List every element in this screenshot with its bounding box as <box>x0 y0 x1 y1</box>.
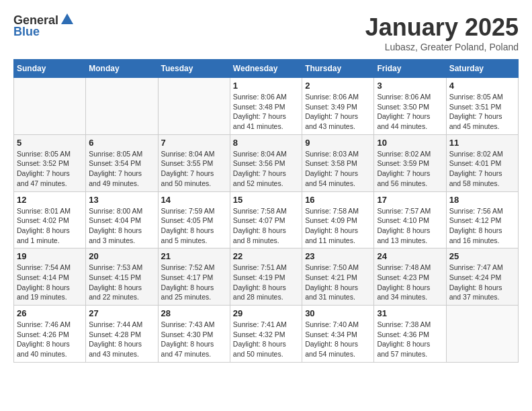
day-info: Sunrise: 8:05 AM Sunset: 3:54 PM Dayligh… <box>89 149 154 189</box>
day-cell: 30Sunrise: 7:40 AM Sunset: 4:34 PM Dayli… <box>302 306 374 363</box>
day-cell: 11Sunrise: 8:02 AM Sunset: 4:01 PM Dayli… <box>446 134 518 191</box>
day-info: Sunrise: 7:50 AM Sunset: 4:21 PM Dayligh… <box>305 263 371 302</box>
day-info: Sunrise: 7:51 AM Sunset: 4:19 PM Dayligh… <box>233 263 299 302</box>
day-number: 27 <box>89 308 154 318</box>
day-cell: 28Sunrise: 7:43 AM Sunset: 4:30 PM Dayli… <box>158 306 230 363</box>
day-info: Sunrise: 8:03 AM Sunset: 3:58 PM Dayligh… <box>305 149 371 189</box>
day-cell: 19Sunrise: 7:54 AM Sunset: 4:14 PM Dayli… <box>14 248 86 306</box>
weekday-header-tuesday: Tuesday <box>158 60 230 78</box>
day-number: 29 <box>233 308 299 318</box>
day-number: 19 <box>17 251 83 261</box>
day-cell: 2Sunrise: 8:06 AM Sunset: 3:49 PM Daylig… <box>302 78 374 135</box>
day-number: 14 <box>161 195 227 205</box>
day-cell: 31Sunrise: 7:38 AM Sunset: 4:36 PM Dayli… <box>374 306 446 363</box>
day-info: Sunrise: 8:02 AM Sunset: 4:01 PM Dayligh… <box>449 149 515 189</box>
day-number: 7 <box>161 138 227 148</box>
day-number: 26 <box>17 308 83 318</box>
calendar-table: SundayMondayTuesdayWednesdayThursdayFrid… <box>13 59 519 363</box>
day-number: 10 <box>377 138 443 148</box>
day-number: 22 <box>233 251 299 261</box>
day-cell: 14Sunrise: 7:59 AM Sunset: 4:05 PM Dayli… <box>158 191 230 248</box>
day-cell: 4Sunrise: 8:05 AM Sunset: 3:51 PM Daylig… <box>446 78 518 135</box>
weekday-header-saturday: Saturday <box>446 60 518 78</box>
day-info: Sunrise: 8:02 AM Sunset: 3:59 PM Dayligh… <box>377 149 443 189</box>
day-info: Sunrise: 7:43 AM Sunset: 4:30 PM Dayligh… <box>161 320 227 359</box>
day-cell: 12Sunrise: 8:01 AM Sunset: 4:02 PM Dayli… <box>14 191 86 248</box>
day-cell: 26Sunrise: 7:46 AM Sunset: 4:26 PM Dayli… <box>14 306 86 363</box>
day-number: 24 <box>377 251 443 261</box>
day-cell: 22Sunrise: 7:51 AM Sunset: 4:19 PM Dayli… <box>230 248 302 306</box>
day-info: Sunrise: 7:48 AM Sunset: 4:23 PM Dayligh… <box>377 263 443 302</box>
day-cell: 27Sunrise: 7:44 AM Sunset: 4:28 PM Dayli… <box>86 306 158 363</box>
day-number: 21 <box>161 251 227 261</box>
day-number: 25 <box>449 251 515 261</box>
day-cell: 18Sunrise: 7:56 AM Sunset: 4:12 PM Dayli… <box>446 191 518 248</box>
day-info: Sunrise: 7:59 AM Sunset: 4:05 PM Dayligh… <box>161 206 227 246</box>
day-number: 18 <box>449 195 515 205</box>
day-number: 1 <box>233 81 299 91</box>
day-info: Sunrise: 7:47 AM Sunset: 4:24 PM Dayligh… <box>449 263 515 302</box>
day-cell <box>14 78 86 135</box>
day-number: 15 <box>233 195 299 205</box>
weekday-header-row: SundayMondayTuesdayWednesdayThursdayFrid… <box>14 60 519 78</box>
day-info: Sunrise: 7:52 AM Sunset: 4:17 PM Dayligh… <box>161 263 227 302</box>
location-text: Lubasz, Greater Poland, Poland <box>365 42 519 52</box>
day-cell: 21Sunrise: 7:52 AM Sunset: 4:17 PM Dayli… <box>158 248 230 306</box>
day-cell: 15Sunrise: 7:58 AM Sunset: 4:07 PM Dayli… <box>230 191 302 248</box>
day-cell: 16Sunrise: 7:58 AM Sunset: 4:09 PM Dayli… <box>302 191 374 248</box>
day-number: 2 <box>305 81 371 91</box>
title-block: January 2025 Lubasz, Greater Poland, Pol… <box>365 13 519 52</box>
day-info: Sunrise: 7:56 AM Sunset: 4:12 PM Dayligh… <box>449 206 515 246</box>
day-info: Sunrise: 8:05 AM Sunset: 3:52 PM Dayligh… <box>17 149 83 189</box>
day-number: 20 <box>89 251 154 261</box>
week-row-1: 1Sunrise: 8:06 AM Sunset: 3:48 PM Daylig… <box>14 78 519 135</box>
day-cell: 20Sunrise: 7:53 AM Sunset: 4:15 PM Dayli… <box>86 248 158 306</box>
day-number: 16 <box>305 195 371 205</box>
day-number: 5 <box>17 138 83 148</box>
day-cell: 1Sunrise: 8:06 AM Sunset: 3:48 PM Daylig… <box>230 78 302 135</box>
day-info: Sunrise: 7:40 AM Sunset: 4:34 PM Dayligh… <box>305 320 371 359</box>
day-number: 11 <box>449 138 515 148</box>
week-row-3: 12Sunrise: 8:01 AM Sunset: 4:02 PM Dayli… <box>14 191 519 248</box>
weekday-header-monday: Monday <box>86 60 158 78</box>
day-info: Sunrise: 7:41 AM Sunset: 4:32 PM Dayligh… <box>233 320 299 359</box>
day-number: 12 <box>17 195 83 205</box>
day-number: 17 <box>377 195 443 205</box>
day-cell: 5Sunrise: 8:05 AM Sunset: 3:52 PM Daylig… <box>14 134 86 191</box>
week-row-4: 19Sunrise: 7:54 AM Sunset: 4:14 PM Dayli… <box>14 248 519 306</box>
day-number: 4 <box>449 81 515 91</box>
weekday-header-sunday: Sunday <box>14 60 86 78</box>
day-cell: 13Sunrise: 8:00 AM Sunset: 4:04 PM Dayli… <box>86 191 158 248</box>
day-info: Sunrise: 7:54 AM Sunset: 4:14 PM Dayligh… <box>17 263 83 302</box>
day-info: Sunrise: 7:58 AM Sunset: 4:09 PM Dayligh… <box>305 206 371 246</box>
weekday-header-wednesday: Wednesday <box>230 60 302 78</box>
day-number: 23 <box>305 251 371 261</box>
week-row-2: 5Sunrise: 8:05 AM Sunset: 3:52 PM Daylig… <box>14 134 519 191</box>
month-title: January 2025 <box>365 13 519 42</box>
day-info: Sunrise: 8:06 AM Sunset: 3:48 PM Dayligh… <box>233 92 299 132</box>
day-info: Sunrise: 8:00 AM Sunset: 4:04 PM Dayligh… <box>89 206 154 246</box>
day-number: 13 <box>89 195 154 205</box>
day-cell: 3Sunrise: 8:06 AM Sunset: 3:50 PM Daylig… <box>374 78 446 135</box>
page-header: General Blue January 2025 Lubasz, Greate… <box>13 13 519 52</box>
day-info: Sunrise: 8:06 AM Sunset: 3:50 PM Dayligh… <box>377 92 443 132</box>
logo: General Blue <box>13 13 75 39</box>
week-row-5: 26Sunrise: 7:46 AM Sunset: 4:26 PM Dayli… <box>14 306 519 363</box>
day-cell: 24Sunrise: 7:48 AM Sunset: 4:23 PM Dayli… <box>374 248 446 306</box>
day-number: 30 <box>305 308 371 318</box>
day-info: Sunrise: 7:46 AM Sunset: 4:26 PM Dayligh… <box>17 320 83 359</box>
day-info: Sunrise: 8:06 AM Sunset: 3:49 PM Dayligh… <box>305 92 371 132</box>
day-cell: 9Sunrise: 8:03 AM Sunset: 3:58 PM Daylig… <box>302 134 374 191</box>
day-cell: 10Sunrise: 8:02 AM Sunset: 3:59 PM Dayli… <box>374 134 446 191</box>
weekday-header-friday: Friday <box>374 60 446 78</box>
svg-marker-0 <box>61 13 73 24</box>
day-number: 3 <box>377 81 443 91</box>
day-cell <box>86 78 158 135</box>
day-info: Sunrise: 7:57 AM Sunset: 4:10 PM Dayligh… <box>377 206 443 246</box>
day-info: Sunrise: 8:05 AM Sunset: 3:51 PM Dayligh… <box>449 92 515 132</box>
day-cell: 7Sunrise: 8:04 AM Sunset: 3:55 PM Daylig… <box>158 134 230 191</box>
day-number: 8 <box>233 138 299 148</box>
day-info: Sunrise: 7:44 AM Sunset: 4:28 PM Dayligh… <box>89 320 154 359</box>
day-info: Sunrise: 8:04 AM Sunset: 3:56 PM Dayligh… <box>233 149 299 189</box>
day-cell <box>446 306 518 363</box>
